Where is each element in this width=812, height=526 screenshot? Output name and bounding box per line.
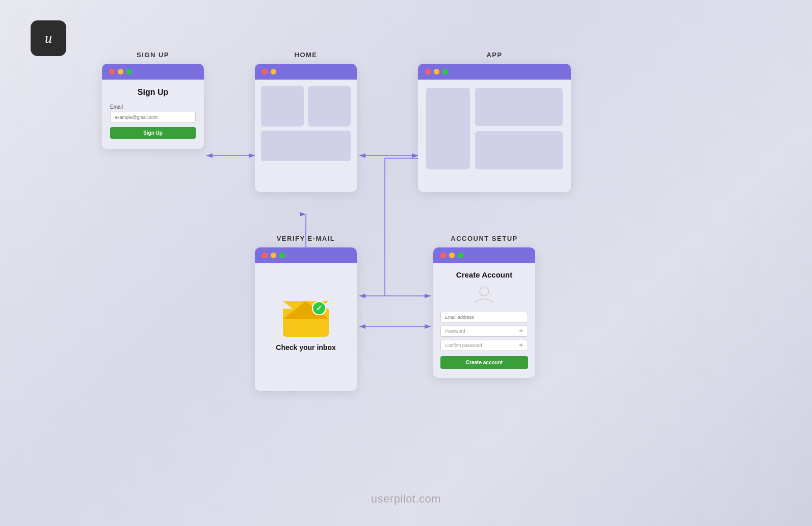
password-label: Password (445, 329, 465, 334)
home-block-2 (308, 86, 351, 127)
check-badge: ✓ (312, 301, 326, 315)
app-window (418, 64, 571, 192)
password-input[interactable]: Password 👁 (440, 325, 528, 337)
dot-red (440, 253, 446, 258)
signup-title: Sign Up (110, 88, 196, 97)
app-block-bottom (475, 131, 563, 169)
signup-browser-bar (102, 64, 204, 80)
account-content: Create Account Password 👁 Confirm passwo… (433, 263, 535, 378)
dot-yellow (271, 253, 276, 258)
create-account-button[interactable]: Create account (440, 356, 528, 369)
dot-yellow (434, 69, 439, 74)
eye-icon-confirm: 👁 (519, 343, 523, 348)
svg-point-13 (480, 287, 489, 296)
footer: userpilot.com (371, 492, 441, 506)
home-grid (261, 86, 351, 161)
app-grid (426, 88, 563, 169)
verify-section: VERIFY E-MAIL ✓ Check your inbox (255, 235, 357, 391)
app-label: APP (418, 51, 571, 59)
app-block-top (475, 88, 563, 126)
verify-message: Check your inbox (276, 343, 335, 353)
app-browser-bar (418, 64, 571, 80)
account-browser-bar (433, 247, 535, 263)
app-content (418, 80, 571, 192)
home-block-3 (261, 131, 351, 161)
email-input[interactable] (110, 112, 196, 123)
dot-green (279, 253, 285, 258)
signup-button[interactable]: Sign Up (110, 127, 196, 139)
verify-content: ✓ Check your inbox (255, 263, 357, 391)
home-content (255, 80, 357, 192)
account-section: ACCOUNT SETUP Create Account Password 👁 (433, 235, 535, 378)
verify-label: VERIFY E-MAIL (255, 235, 357, 242)
check-mark: ✓ (316, 304, 322, 312)
home-section: HOME (255, 51, 357, 192)
confirm-password-input[interactable]: Confirm password 👁 (440, 340, 528, 351)
signup-window: Sign Up Email Sign Up (102, 64, 204, 149)
signup-section: SIGN UP Sign Up Email Sign Up (102, 51, 204, 149)
home-window (255, 64, 357, 192)
app-section: APP (418, 51, 571, 192)
dot-green (442, 69, 448, 74)
account-window: Create Account Password 👁 Confirm passwo… (433, 247, 535, 378)
app-block-left (426, 88, 470, 169)
dot-green (458, 253, 463, 258)
home-browser-bar (255, 64, 357, 80)
dot-yellow (118, 69, 123, 74)
dot-green (126, 69, 132, 74)
account-title: Create Account (440, 270, 528, 279)
eye-icon: 👁 (519, 329, 523, 334)
home-label: HOME (255, 51, 357, 59)
dot-red (262, 253, 268, 258)
verify-window: ✓ Check your inbox (255, 247, 357, 391)
dot-red (109, 69, 115, 74)
signup-content: Sign Up Email Sign Up (102, 80, 204, 149)
logo-text: u (45, 30, 52, 46)
dot-red (262, 69, 268, 74)
home-block-1 (261, 86, 304, 127)
envelope-icon: ✓ (283, 301, 329, 337)
email-address-input[interactable] (440, 312, 528, 323)
dot-yellow (449, 253, 455, 258)
app-right-col (475, 88, 563, 169)
verify-browser-bar (255, 247, 357, 263)
avatar-icon (440, 285, 528, 307)
signup-label: SIGN UP (102, 51, 204, 59)
confirm-label: Confirm password (445, 343, 482, 348)
email-label: Email (110, 104, 196, 110)
account-label: ACCOUNT SETUP (433, 235, 535, 242)
dot-yellow (271, 69, 276, 74)
logo: u (31, 20, 66, 56)
dot-red (425, 69, 431, 74)
